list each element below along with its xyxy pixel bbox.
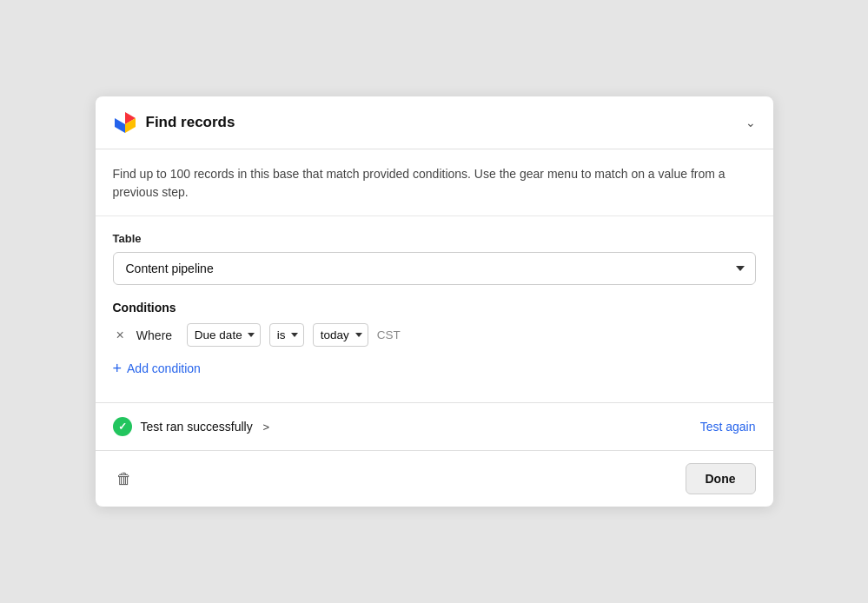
condition-value-select[interactable]: today bbox=[313, 323, 368, 347]
add-condition-button[interactable]: + Add condition bbox=[113, 352, 201, 385]
chevron-right-icon: > bbox=[263, 421, 270, 434]
test-result-text[interactable]: Test ran successfully > bbox=[141, 420, 270, 434]
card-header: Find records ⌄ bbox=[96, 96, 773, 149]
test-again-button[interactable]: Test again bbox=[700, 420, 756, 434]
conditions-section: Conditions × Where Due date is today CST… bbox=[113, 301, 756, 385]
add-condition-label: Add condition bbox=[127, 361, 201, 375]
condition-operator-select[interactable]: is bbox=[269, 323, 304, 347]
test-result-left: ✓ Test ran successfully > bbox=[113, 417, 270, 436]
condition-field-select[interactable]: Due date bbox=[187, 323, 261, 347]
svg-marker-1 bbox=[115, 118, 125, 133]
condition-timezone: CST bbox=[377, 328, 401, 341]
test-result-row: ✓ Test ran successfully > Test again bbox=[96, 403, 773, 451]
success-icon: ✓ bbox=[113, 417, 132, 436]
done-button[interactable]: Done bbox=[686, 463, 756, 494]
chevron-down-icon[interactable]: ⌄ bbox=[745, 116, 756, 129]
main-content: Table Content pipeline Conditions × Wher… bbox=[96, 216, 773, 403]
condition-where-label: Where bbox=[136, 328, 178, 342]
table-select[interactable]: Content pipeline bbox=[113, 252, 756, 285]
delete-button[interactable]: 🗑 bbox=[113, 467, 136, 492]
checkmark-icon: ✓ bbox=[118, 421, 127, 433]
plus-icon: + bbox=[113, 361, 123, 376]
condition-row: × Where Due date is today CST bbox=[113, 323, 756, 347]
remove-condition-button[interactable]: × bbox=[113, 327, 128, 344]
table-label: Table bbox=[113, 232, 756, 245]
conditions-label: Conditions bbox=[113, 301, 756, 315]
find-records-card: Find records ⌄ Find up to 100 records in… bbox=[96, 96, 773, 507]
airtable-logo-icon bbox=[113, 110, 137, 135]
header-title: Find records bbox=[146, 114, 235, 131]
header-left: Find records bbox=[113, 110, 235, 135]
card-footer: 🗑 Done bbox=[96, 451, 773, 507]
description-text: Find up to 100 records in this base that… bbox=[96, 149, 773, 216]
